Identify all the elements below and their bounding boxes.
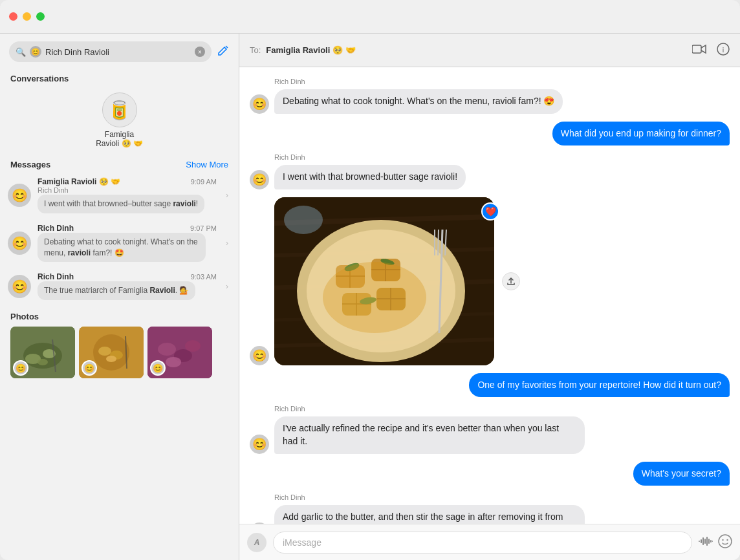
svg-point-13 (158, 343, 176, 356)
search-avatar: 😊 (30, 46, 41, 58)
msg-row: What did you end up making for dinner? (250, 122, 730, 146)
messages-header: Messages Show More (0, 153, 239, 172)
msg-avatar: 😊 (250, 435, 269, 454)
msg-sender-name: Rich Dinh (274, 153, 730, 161)
svg-point-4 (38, 359, 48, 365)
traffic-lights (9, 12, 45, 21)
msg-group: 😊 (250, 197, 730, 365)
msg-image[interactable] (274, 197, 494, 365)
msg-group: Rich Dinh 😊 I've actually refined the re… (250, 405, 730, 453)
msg-avatar: 😊 (250, 170, 269, 189)
group-avatar: 🥫 (102, 92, 137, 127)
search-icon: 🔍 (16, 47, 26, 57)
photo-thumb[interactable]: 😊 (147, 327, 212, 378)
show-more-button[interactable]: Show More (186, 160, 228, 169)
svg-point-16 (166, 357, 181, 367)
photos-section: Photos 😊 (0, 305, 239, 385)
main-layout: 🔍 😊 Rich Dinh Ravioli × Conversations (0, 34, 740, 560)
conversations-label: Conversations (0, 67, 239, 87)
svg-point-60 (726, 539, 728, 540)
svg-point-8 (98, 347, 111, 356)
msg-image-container: ❤️ (274, 197, 494, 365)
apps-icon[interactable]: A (247, 533, 267, 552)
photo-thumb[interactable]: 😊 (79, 327, 144, 378)
emoji-icon[interactable] (718, 534, 732, 551)
conversation-item[interactable]: 🥫 Famiglia Ravioli 🥺 🤝 (0, 87, 239, 153)
chevron-right-icon: › (226, 282, 228, 291)
result-preview: The true matriarch of Famiglia Ravioli. … (38, 281, 195, 300)
msg-sender-name: Rich Dinh (274, 405, 730, 413)
photo-thumb[interactable]: 😊 (10, 327, 75, 378)
input-placeholder: iMessage (283, 537, 321, 548)
chat-header-right: i (692, 43, 730, 58)
result-avatar: 😊 (8, 275, 31, 298)
msg-row: What's your secret? (250, 462, 730, 486)
result-time: 9:09 AM (191, 178, 217, 186)
svg-rect-17 (692, 45, 701, 53)
msg-row: One of my favorites from your repertoire… (250, 373, 730, 398)
search-bar[interactable]: 🔍 😊 Rich Dinh Ravioli × (9, 41, 212, 62)
chat-header-name: Famiglia Ravioli 🥺 🤝 (266, 45, 355, 55)
result-name: Rich Dinh (38, 272, 74, 281)
result-content: Famiglia Ravioli 🥺 🤝 9:09 AM Rich Dinh I… (38, 177, 217, 213)
message-result-item[interactable]: 😊 Rich Dinh 9:07 PM Debating what to coo… (0, 219, 239, 268)
chat-area: To: Famiglia Ravioli 🥺 🤝 i (239, 34, 740, 560)
msg-row: 😊 (250, 197, 730, 365)
svg-point-48 (323, 262, 426, 333)
msg-avatar: 😊 (250, 346, 269, 365)
msg-bubble: Debating what to cook tonight. What's on… (274, 89, 563, 114)
svg-line-46 (442, 230, 442, 255)
msg-sender-name: Rich Dinh (274, 78, 730, 85)
result-name: Rich Dinh (38, 224, 74, 233)
svg-point-49 (284, 206, 323, 234)
result-name: Famiglia Ravioli 🥺 🤝 (38, 177, 120, 186)
chat-to-label: To: (250, 45, 261, 55)
photo-avatar-overlay: 😊 (13, 360, 28, 376)
sidebar-top: 🔍 😊 Rich Dinh Ravioli × (0, 34, 239, 67)
compose-button[interactable] (217, 44, 230, 60)
close-button[interactable] (9, 12, 17, 21)
msg-row: 😊 Debating what to cook tonight. What's … (250, 89, 730, 114)
maximize-button[interactable] (36, 12, 45, 21)
msg-group: One of my favorites from your repertoire… (250, 373, 730, 398)
result-preview: Debating what to cook tonight. What's on… (38, 233, 206, 263)
msg-bubble: I went with that browned-butter sage rav… (274, 165, 466, 189)
minimize-button[interactable] (23, 12, 31, 21)
msg-group: Rich Dinh 😊 Add garlic to the butter, an… (250, 493, 730, 524)
message-input[interactable]: iMessage (273, 532, 692, 554)
msg-bubble: What did you end up making for dinner? (552, 122, 730, 146)
video-call-icon[interactable] (692, 44, 706, 57)
message-result-item[interactable]: 😊 Famiglia Ravioli 🥺 🤝 9:09 AM Rich Dinh… (0, 172, 239, 219)
result-content: Rich Dinh 9:03 AM The true matriarch of … (38, 272, 217, 300)
msg-group: What's your secret? (250, 462, 730, 486)
chat-input-right (699, 534, 732, 551)
chevron-right-icon: › (226, 239, 228, 248)
msg-image-reaction: ❤️ (481, 202, 499, 221)
result-time: 9:03 AM (191, 273, 217, 281)
search-clear-button[interactable]: × (195, 47, 205, 57)
chat-header: To: Famiglia Ravioli 🥺 🤝 i (239, 34, 740, 67)
search-query: Rich Dinh Ravioli (45, 47, 191, 57)
message-result-item[interactable]: 😊 Rich Dinh 9:03 AM The true matriarch o… (0, 267, 239, 305)
photos-label: Photos (10, 312, 228, 321)
photos-grid: 😊 😊 (10, 327, 228, 378)
audio-waveform-icon[interactable] (699, 535, 713, 550)
result-preview: I went with that browned–butter sage rav… (38, 195, 204, 213)
svg-point-58 (719, 535, 732, 548)
msg-group: Rich Dinh 😊 Debating what to cook tonigh… (250, 78, 730, 114)
photo-avatar-overlay: 😊 (82, 360, 97, 376)
msg-bubble: One of my favorites from your repertoire… (469, 373, 730, 398)
msg-bubble: I've actually refined the recipe and it'… (274, 416, 585, 453)
svg-point-59 (722, 539, 723, 540)
svg-text:i: i (723, 46, 724, 54)
result-avatar: 😊 (8, 232, 31, 255)
chat-messages: Rich Dinh 😊 Debating what to cook tonigh… (239, 67, 740, 524)
svg-line-45 (438, 230, 439, 255)
msg-sender-name: Rich Dinh (274, 493, 730, 501)
info-icon[interactable]: i (717, 43, 730, 58)
result-avatar: 😊 (8, 184, 31, 207)
msg-row: 😊 I went with that browned-butter sage r… (250, 165, 730, 189)
result-content: Rich Dinh 9:07 PM Debating what to cook … (38, 224, 217, 263)
msg-image-share-button[interactable] (502, 272, 520, 290)
msg-bubble: Add garlic to the butter, and then stir … (274, 505, 585, 524)
